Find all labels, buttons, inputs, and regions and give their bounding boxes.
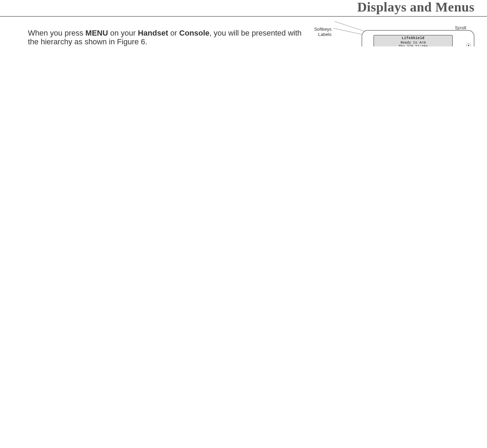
console-screen: LifeShield Ready to Arm Thu 2/8 11:48a C… — [373, 35, 453, 46]
intro-console: Console — [179, 29, 210, 37]
intro-text: on your — [108, 29, 138, 37]
console-status-1: Ready to Arm — [374, 41, 452, 45]
page-title: Displays and Menus — [357, 0, 474, 15]
scroll-buttons: ▲ ▼ — [466, 41, 471, 46]
intro-text: or — [168, 29, 179, 37]
figure-5: Softkeys Labels Softkeys TALK END Scroll… — [321, 27, 474, 46]
intro-paragraph: When you press MENU on your Handset or C… — [28, 29, 307, 46]
callout-softkeys-labels: Softkeys Labels — [307, 27, 332, 37]
console-illustration: LifeShield Ready to Arm Thu 2/8 11:48a C… — [362, 30, 474, 46]
console-status-2: Thu 2/8 11:48a — [374, 45, 452, 46]
page-header: Displays and Menus — [0, 2, 487, 17]
scroll-up-icon: ▲ — [466, 43, 471, 46]
intro-handset: Handset — [138, 29, 168, 37]
intro-text: When you press — [28, 29, 85, 37]
console-brand: LifeShield — [374, 36, 452, 40]
intro-menu: MENU — [85, 29, 108, 37]
